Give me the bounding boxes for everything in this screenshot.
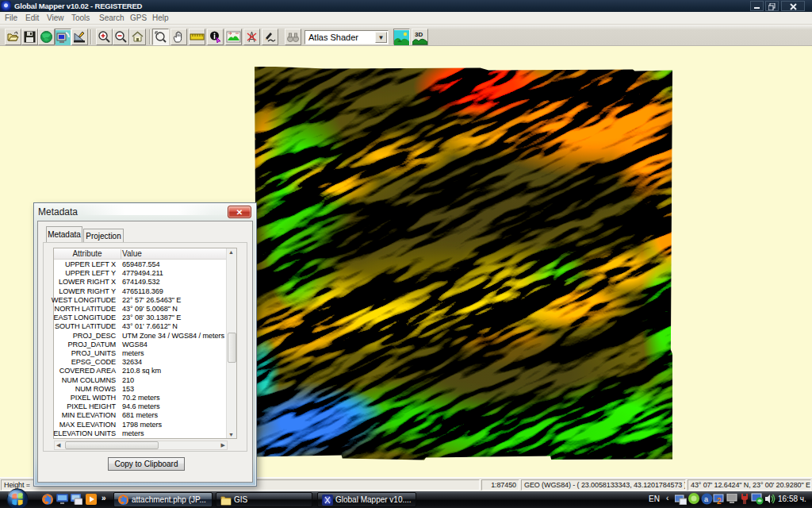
svg-text:3D: 3D <box>415 31 423 38</box>
svg-text:2: 2 <box>717 497 722 505</box>
svg-text:a: a <box>704 495 708 503</box>
